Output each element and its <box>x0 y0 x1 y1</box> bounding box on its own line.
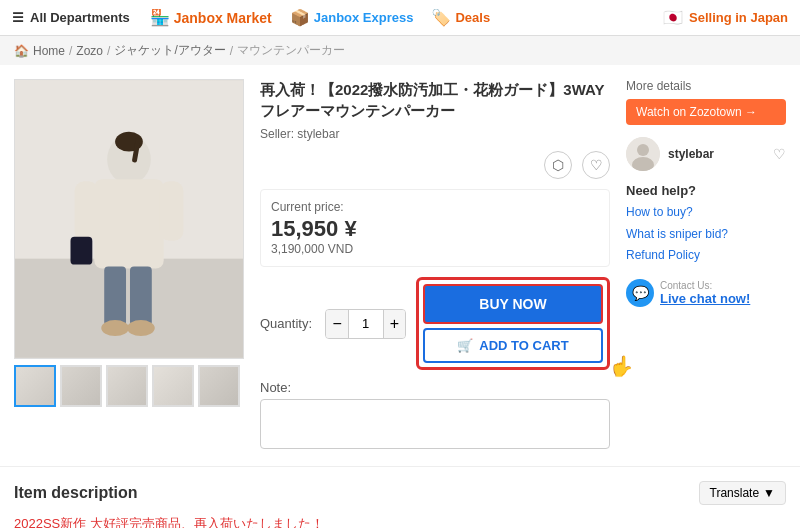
quantity-decrease[interactable]: − <box>326 310 347 338</box>
thumbnail-list <box>14 365 244 407</box>
thumbnail-1[interactable] <box>14 365 56 407</box>
chat-icon: 💬 <box>626 279 654 307</box>
thumbnail-5[interactable] <box>198 365 240 407</box>
sidebar-wishlist-button[interactable]: ♡ <box>773 146 786 162</box>
description-section: Item description Translate ▼ 2022SS新作 大好… <box>0 466 800 528</box>
quantity-increase[interactable]: + <box>384 310 405 338</box>
product-title: 再入荷！【2022撥水防汚加工・花粉ガード】3WAYフレアーマウンテンパーカー <box>260 79 610 121</box>
more-details-label: More details <box>626 79 786 93</box>
desc-text-1: 2022SS新作 大好評完売商品、再入荷いたしました！ <box>14 516 324 528</box>
janbox-market-label: Janbox Market <box>174 10 272 26</box>
description-title: Item description <box>14 484 138 502</box>
refund-policy-link[interactable]: Refund Policy <box>626 245 786 267</box>
translate-button[interactable]: Translate ▼ <box>699 481 786 505</box>
how-to-buy-link[interactable]: How to buy? <box>626 202 786 224</box>
product-images <box>14 79 244 452</box>
translate-label: Translate <box>710 486 760 500</box>
thumbnail-2[interactable] <box>60 365 102 407</box>
header: ☰ All Departments 🏪 Janbox Market 📦 Janb… <box>0 0 800 36</box>
breadcrumb-zozo[interactable]: Zozo <box>76 44 103 58</box>
all-departments-menu[interactable]: ☰ All Departments <box>12 10 130 25</box>
seller-label: Seller: <box>260 127 294 141</box>
breadcrumb-sep1: / <box>69 44 72 58</box>
price-vnd: 3,190,000 VND <box>271 242 599 256</box>
breadcrumb-home[interactable]: Home <box>33 44 65 58</box>
share-row: ⬡ ♡ <box>260 151 610 179</box>
description-header: Item description Translate ▼ <box>14 481 786 505</box>
breadcrumb: 🏠 Home / Zozo / ジャケット/アウター / マウンテンパーカー <box>0 36 800 65</box>
menu-icon: ☰ <box>12 10 24 25</box>
live-chat-link[interactable]: Live chat now! <box>660 291 750 306</box>
buy-now-button[interactable]: BUY NOW <box>423 284 603 324</box>
selling-japan-label: Selling in Japan <box>689 10 788 25</box>
svg-rect-1 <box>15 259 243 358</box>
need-help-title: Need help? <box>626 183 786 198</box>
watch-on-zozotown-button[interactable]: Watch on Zozotown → <box>626 99 786 125</box>
sniper-bid-link[interactable]: What is sniper bid? <box>626 224 786 246</box>
express-icon: 📦 <box>290 8 310 27</box>
breadcrumb-sep2: / <box>107 44 110 58</box>
svg-rect-8 <box>71 237 93 265</box>
breadcrumb-sep3: / <box>230 44 233 58</box>
svg-point-14 <box>637 144 649 156</box>
wishlist-button[interactable]: ♡ <box>582 151 610 179</box>
chat-text: Contact Us: Live chat now! <box>660 280 750 306</box>
seller-sidebar: stylebar ♡ <box>626 137 786 171</box>
svg-point-12 <box>127 320 155 336</box>
price-yen: 15,950 ¥ <box>271 216 599 242</box>
add-to-cart-button[interactable]: 🛒 ADD TO CART <box>423 328 603 363</box>
svg-rect-6 <box>74 181 98 240</box>
sidebar: More details Watch on Zozotown → styleba… <box>626 79 786 452</box>
home-icon: 🏠 <box>14 44 29 58</box>
product-info: 再入荷！【2022撥水防汚加工・花粉ガード】3WAYフレアーマウンテンパーカー … <box>260 79 610 452</box>
seller-info: Seller: stylebar <box>260 127 610 141</box>
svg-rect-10 <box>130 267 152 326</box>
note-textarea[interactable] <box>260 399 610 449</box>
deals-nav[interactable]: 🏷️ Deals <box>431 8 490 27</box>
header-right: 🇯🇵 Selling in Japan <box>663 8 788 27</box>
quantity-label: Quantity: <box>260 316 315 331</box>
main-content: 再入荷！【2022撥水防汚加工・花粉ガード】3WAYフレアーマウンテンパーカー … <box>0 65 800 466</box>
janbox-express-label: Janbox Express <box>314 10 414 25</box>
janbox-market-nav[interactable]: 🏪 Janbox Market <box>150 8 272 27</box>
flag-icon: 🇯🇵 <box>663 8 683 27</box>
seller-avatar <box>626 137 660 171</box>
all-departments-label: All Departments <box>30 10 130 25</box>
note-label: Note: <box>260 380 610 395</box>
need-help-section: Need help? How to buy? What is sniper bi… <box>626 183 786 267</box>
janbox-express-nav[interactable]: 📦 Janbox Express <box>290 8 414 27</box>
thumbnail-4[interactable] <box>152 365 194 407</box>
desc-item-1: 2022SS新作 大好評完売商品、再入荷いたしました！ <box>14 515 786 528</box>
action-wrapper: BUY NOW 🛒 ADD TO CART 👆 <box>416 277 610 370</box>
sidebar-seller-name: stylebar <box>668 147 714 161</box>
price-label: Current price: <box>271 200 599 214</box>
add-to-cart-label: ADD TO CART <box>479 338 568 353</box>
quantity-input[interactable] <box>348 310 384 338</box>
deals-label: Deals <box>455 10 490 25</box>
deals-icon: 🏷️ <box>431 8 451 27</box>
seller-name: stylebar <box>297 127 339 141</box>
janbox-market-icon: 🏪 <box>150 8 170 27</box>
svg-point-11 <box>101 320 129 336</box>
breadcrumb-subcategory: マウンテンパーカー <box>237 42 345 59</box>
cart-icon: 🛒 <box>457 338 473 353</box>
action-buttons-highlighted: BUY NOW 🛒 ADD TO CART <box>416 277 610 370</box>
breadcrumb-category[interactable]: ジャケット/アウター <box>114 42 225 59</box>
live-chat-section: 💬 Contact Us: Live chat now! <box>626 279 786 307</box>
price-section: Current price: 15,950 ¥ 3,190,000 VND <box>260 189 610 267</box>
share-button[interactable]: ⬡ <box>544 151 572 179</box>
contact-label: Contact Us: <box>660 280 750 291</box>
main-product-image <box>14 79 244 359</box>
thumbnail-3[interactable] <box>106 365 148 407</box>
quantity-control: − + <box>325 309 406 339</box>
header-nav: 🏪 Janbox Market 📦 Janbox Express 🏷️ Deal… <box>150 8 490 27</box>
svg-rect-7 <box>160 181 184 240</box>
svg-rect-9 <box>104 267 126 326</box>
svg-rect-5 <box>94 179 163 268</box>
quantity-row: Quantity: − + BUY NOW 🛒 ADD TO CART 👆 <box>260 277 610 370</box>
chevron-down-icon: ▼ <box>763 486 775 500</box>
